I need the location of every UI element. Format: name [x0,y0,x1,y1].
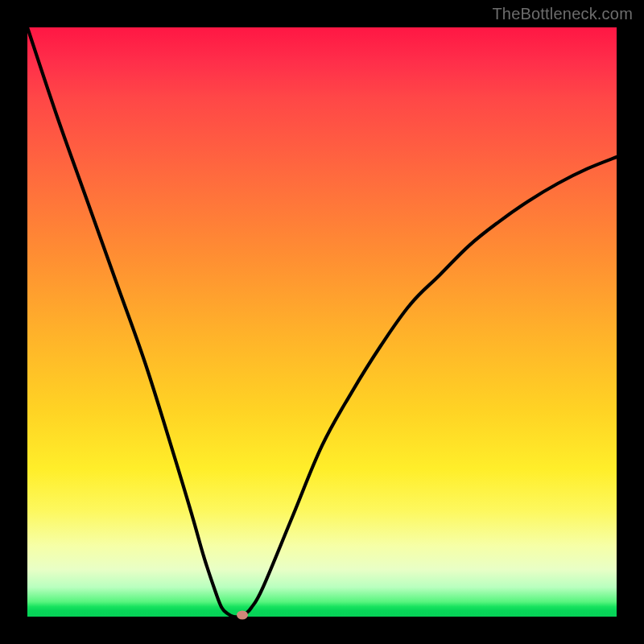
minimum-marker [237,611,248,620]
bottleneck-curve [27,27,617,617]
plot-area [27,27,617,617]
curve-svg [27,27,617,617]
chart-frame: TheBottleneck.com [0,0,644,644]
watermark-text: TheBottleneck.com [492,5,633,23]
